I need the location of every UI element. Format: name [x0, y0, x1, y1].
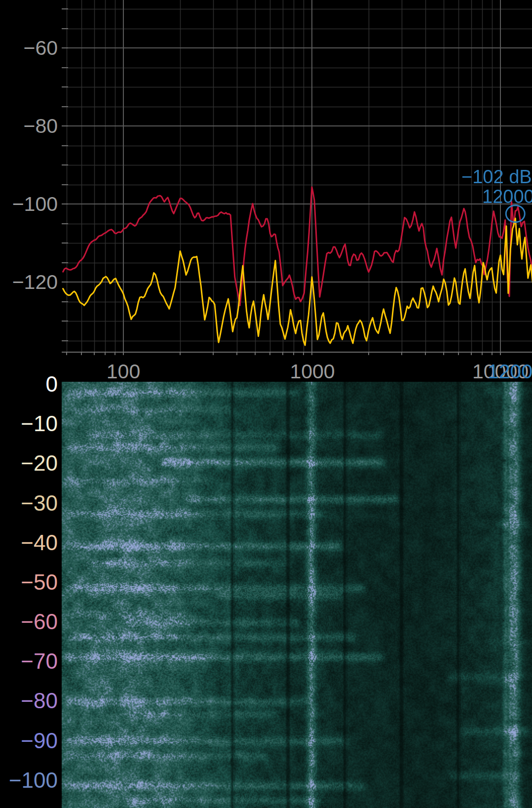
legend-label: −10 — [0, 412, 58, 435]
spectrum-y-tick-label: −80 — [0, 116, 58, 136]
cursor-level-readout: −102 dB — [461, 167, 532, 187]
spectrum-x-tick-label: 1000 — [273, 361, 352, 382]
legend-label: −20 — [0, 452, 58, 475]
legend-label: −60 — [0, 610, 58, 633]
spectrum-y-tick-label: −60 — [0, 38, 58, 58]
cursor-frequency-readout: 12000 — [482, 187, 532, 206]
spectrum-y-tick-label: −100 — [0, 194, 58, 214]
spectrum-y-tick-label: −120 — [0, 272, 58, 292]
legend-label: −70 — [0, 650, 58, 673]
cursor-frequency-axis-label: 12000 — [488, 361, 532, 382]
legend-label: −40 — [0, 531, 58, 554]
legend-label: −30 — [0, 492, 58, 515]
spectrum-x-tick-label: 100 — [94, 361, 153, 382]
legend-label: 0 — [0, 373, 58, 396]
legend-label: −80 — [0, 689, 58, 712]
legend-label: −90 — [0, 729, 58, 752]
legend-label: −50 — [0, 571, 58, 594]
legend-label: −100 — [0, 769, 58, 792]
analyzer-screen: −60 −80 −100 −120 100 1000 10000 12000 −… — [0, 0, 532, 808]
spectrogram-waterfall[interactable] — [62, 382, 532, 808]
cursor-readout: −102 dB 12000 — [461, 167, 532, 207]
